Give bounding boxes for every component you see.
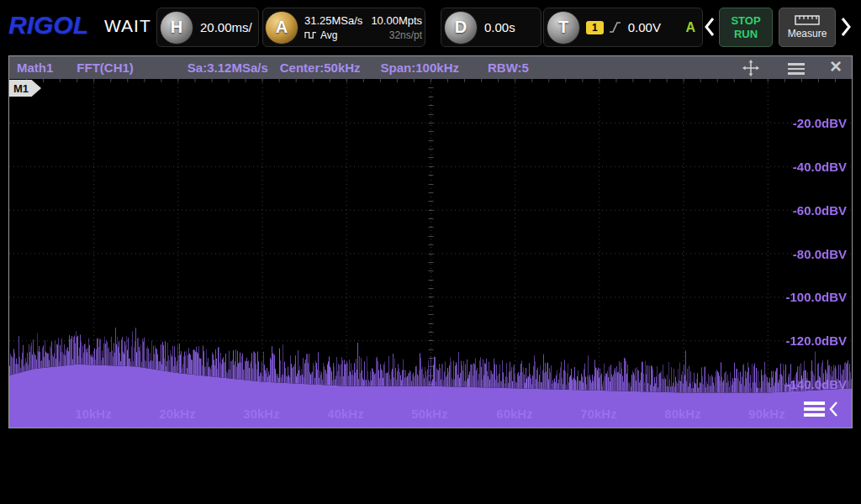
sample-resolution: 32ns/pt — [371, 29, 422, 41]
ruler-icon — [795, 15, 820, 25]
x-axis-label: 80kHz — [664, 407, 700, 421]
fft-sample-rate: Sa:3.12MSa/s — [188, 60, 268, 75]
trigger-sweep-mode: A — [685, 20, 695, 35]
x-axis-label: 40kHz — [327, 407, 363, 421]
knob-letter-a: A — [276, 18, 288, 37]
x-axis-label: 60kHz — [496, 407, 532, 421]
knob-letter-d: D — [455, 18, 467, 37]
y-axis-label: -120.0dBV — [785, 333, 847, 348]
knob-letter-t: T — [558, 18, 568, 37]
bottom-channel-bar: R 1 100.00mV/ 0.00V 20MHz 2 200.00mV/ 0.… — [0, 433, 861, 504]
trigger-slope-icon — [608, 20, 622, 34]
chevron-left-icon — [829, 401, 838, 417]
run-label: RUN — [734, 28, 758, 41]
fft-rbw: RBW:5 — [488, 60, 529, 75]
acquire-control[interactable]: A 31.25MSa/s 10.00Mpts Avg 32ns/pt — [262, 8, 425, 47]
acquire-info: 31.25MSa/s 10.00Mpts Avg 32ns/pt — [304, 14, 422, 41]
acquire-knob[interactable]: A — [265, 11, 298, 45]
fft-header-bar[interactable]: Math1 FFT(CH1) Sa:3.12MSa/s Center:50kHz… — [9, 56, 852, 79]
knob-letter-h: H — [171, 18, 182, 37]
move-window-icon[interactable] — [742, 60, 759, 76]
memory-depth: 10.00Mpts — [371, 14, 422, 27]
trigger-control[interactable]: T 1 0.00V A — [543, 8, 703, 47]
trigger-level-value: 0.00V — [628, 20, 661, 34]
trigger-knob[interactable]: T — [547, 11, 580, 45]
fft-function: FFT(CH1) — [77, 60, 134, 75]
toolbar-scroll-left-icon[interactable] — [703, 16, 716, 38]
acquire-mode: Avg — [304, 29, 362, 41]
fft-graticule: M1 -20.0dBV -40.0dBV -60.0dBV -80.0dBV -… — [9, 79, 852, 428]
y-axis-label: -100.0dBV — [785, 290, 847, 304]
x-axis-label: 20kHz — [159, 407, 195, 421]
x-axis-label: 30kHz — [243, 407, 279, 421]
trigger-source-badge: 1 — [586, 21, 604, 34]
rigol-logo: RIGOL — [8, 11, 88, 39]
delay-value: 0.00s — [484, 20, 515, 34]
measure-button[interactable]: Measure — [779, 8, 836, 47]
fft-result-window: Math1 FFT(CH1) Sa:3.12MSa/s Center:50kHz… — [8, 55, 853, 428]
fft-span: Span:100kHz — [381, 60, 459, 75]
acquire-mode-label: Avg — [320, 29, 337, 41]
horizontal-scale-value: 20.00ms/ — [200, 20, 252, 34]
fft-spectrum-canvas[interactable] — [9, 79, 852, 428]
horizontal-scale-control[interactable]: H 20.00ms/ — [156, 8, 259, 47]
delay-control[interactable]: D 0.00s — [441, 8, 541, 47]
stop-run-button[interactable]: STOP RUN — [719, 8, 773, 47]
fft-center-freq: Center:50kHz — [280, 60, 361, 75]
hamburger-icon — [804, 399, 825, 420]
y-axis-label: -80.0dBV — [793, 247, 847, 261]
sample-rate: 31.25MSa/s — [304, 14, 362, 27]
measure-label: Measure — [788, 28, 827, 39]
oscilloscope-ui: RIGOL WAIT H 20.00ms/ A 31.25MSa/s 10.00… — [0, 0, 861, 504]
y-axis-label: -140.0dBV — [785, 377, 847, 391]
close-window-icon[interactable]: × — [830, 55, 842, 77]
collapsed-menu-handle[interactable] — [804, 399, 838, 420]
y-axis-label: -20.0dBV — [793, 116, 847, 130]
acquisition-status: WAIT — [104, 16, 151, 36]
horizontal-knob[interactable]: H — [160, 11, 193, 45]
x-axis-label: 50kHz — [411, 407, 447, 421]
stop-label: STOP — [731, 14, 760, 28]
top-status-bar: RIGOL WAIT H 20.00ms/ A 31.25MSa/s 10.00… — [0, 0, 861, 54]
x-axis-label: 70kHz — [580, 407, 616, 421]
x-axis-label: 10kHz — [75, 407, 111, 421]
y-axis-label: -60.0dBV — [793, 203, 847, 218]
y-axis-label: -40.0dBV — [793, 160, 847, 174]
x-axis-label: 90kHz — [748, 407, 784, 421]
toolbar-scroll-right-icon[interactable] — [839, 16, 853, 38]
fft-title: Math1 — [17, 60, 53, 75]
avg-mode-icon — [304, 29, 317, 40]
delay-knob[interactable]: D — [444, 11, 478, 45]
fft-menu-icon[interactable] — [788, 63, 805, 75]
